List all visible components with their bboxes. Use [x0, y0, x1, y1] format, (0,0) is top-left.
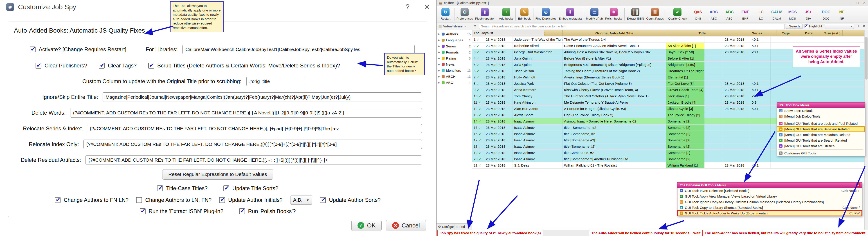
toolbar-abc-button[interactable]: ABCABC	[706, 6, 722, 22]
column-header-tags[interactable]: Tags	[776, 30, 795, 36]
column-header-size-est[interactable]: Size (est.)	[822, 30, 843, 36]
column-header-title[interactable]: Title	[666, 30, 738, 36]
toolbar-find-duplicates-button[interactable]: ⊙Find Duplicates	[534, 6, 558, 22]
toolbar-enf-button[interactable]: ENFENF	[738, 6, 753, 22]
update-author-sorts-checkbox[interactable]	[320, 197, 326, 203]
table-row[interactable]: 1✓23 Mar 2018Jade Lee - The Way of the T…	[472, 36, 868, 43]
sidebar-item-rating[interactable]: ▶Rating3	[437, 55, 472, 61]
ignore-title-input[interactable]: Magazine|Periodical|Journal|Newspaper|Ma…	[102, 92, 422, 102]
highlight-checkbox[interactable]	[805, 25, 808, 28]
custom-column-input[interactable]: #orig_title	[246, 77, 305, 86]
sidebar-item-series[interactable]: ▶Series2	[437, 43, 472, 49]
toolbar-polish-books-button[interactable]: ✶Polish books	[604, 6, 624, 22]
table-row[interactable]: 9✓23 Mar 2018Anna KatmoreKiss with Cherr…	[472, 87, 868, 93]
configure-button[interactable]: ⚙Configure	[437, 224, 455, 230]
window-close-icon[interactable]: ✕	[863, 1, 866, 5]
sidebar-item-authors[interactable]: ▶Authors15	[437, 31, 472, 37]
expand-arrow-icon[interactable]: ▶	[438, 51, 440, 54]
search-button[interactable]: Search	[786, 24, 803, 29]
toolbar-extract-isbn-button[interactable]: ║║Extract ISBN	[625, 6, 645, 22]
update-title-sorts-checkbox[interactable]	[223, 186, 229, 191]
toolbox-menu-item[interactable]: ●[Menu] GUI Tools that are Search Relate…	[777, 138, 865, 143]
toolbox-menu-item[interactable]: ◆[Menu] GUI Tools that are Metadata Rela…	[777, 132, 865, 138]
toolbar-lc-button[interactable]: LCLC	[753, 6, 769, 22]
relocate-index-input[interactable]: (?#COMMENT: ADD CUSTOM REs TO THE FAR LE…	[84, 140, 422, 149]
author-initials-style-select[interactable]: A.B.▼	[290, 196, 312, 205]
toolbar-restart-button[interactable]: ↻Restart	[438, 6, 453, 22]
toolbar-q-s-button[interactable]: Q=SQ=S	[690, 6, 706, 22]
toolbox-menu-item[interactable]: ◷Show Last: Default	[777, 108, 865, 113]
behavior-menu-item[interactable]: ✉GUI Tool: Ignore Copy-to-Library Custom…	[677, 199, 862, 205]
toolbar-js-button[interactable]: JS+JS+	[801, 6, 816, 22]
delete-residual-input[interactable]: (?#COMMENT: ADD CUSTOM REs TO THE FAR LE…	[86, 155, 422, 165]
table-row[interactable]: 20✓23 Mar 2018Isaac Asimovtitle [Somenam…	[472, 156, 868, 162]
toolbar-count-pages-button[interactable]: ≣Count Pages	[645, 6, 665, 22]
sidebar-item-abch[interactable]: ▶ABCH13	[437, 73, 472, 79]
expand-arrow-icon[interactable]: ▶	[438, 45, 440, 48]
authors-fn-ln-checkbox[interactable]	[55, 197, 61, 203]
authors-ln-fn-checkbox[interactable]	[136, 197, 142, 203]
toolbox-menu-item[interactable]: ✿[Menu] GUI Tools that are Look and Feel…	[777, 121, 865, 126]
delete-words-input[interactable]: (?#COMMENT: ADD CUSTOM REs TO THE FAR LE…	[70, 108, 422, 117]
search-input[interactable]: Search (For advanced search click the ge…	[479, 24, 785, 29]
activate-checkbox[interactable]	[30, 46, 35, 53]
clear-publishers-checkbox[interactable]	[35, 63, 41, 69]
toolbox-menu-item[interactable]: ◈[Menu] GUI Tools that are Behavior Rela…	[777, 126, 865, 132]
table-row[interactable]: 21✓23 Mar 2018S.J. DeasWilliam Falkland …	[472, 162, 868, 169]
reset-regex-button[interactable]: Reset Regular Expressions to Default Val…	[162, 169, 273, 179]
column-header-original-auto-add-title[interactable]: Original Auto-Add Title	[563, 30, 666, 36]
expand-arrow-icon[interactable]: ▶	[438, 81, 440, 84]
toolbar-doc-button[interactable]: DOCDOC	[818, 6, 834, 22]
column-header-series[interactable]: Series	[738, 30, 776, 36]
expand-arrow-icon[interactable]: ▶	[438, 39, 440, 42]
toolbar-embed-metadata-button[interactable]: ⇓Embed metadata	[558, 6, 583, 22]
table-row[interactable]: 7✓23 Mar 2018Holly WillmottAwakenings (E…	[472, 74, 868, 80]
expand-arrow-icon[interactable]: ▶	[438, 33, 440, 35]
toolbar-plugin-updater-button[interactable]: ⇑Plugin updater	[474, 6, 496, 22]
toolbar-preferences-button[interactable]: ⚙Preferences	[455, 6, 474, 22]
table-row[interactable]: 8✓23 Mar 2018Jessica ParkFlat-Out Celest…	[472, 80, 868, 87]
title-case-checkbox[interactable]	[157, 186, 163, 191]
toolbar-quality-check-button[interactable]: ✔Quality Check	[667, 6, 688, 22]
find-button[interactable]: ◌Find	[455, 224, 472, 230]
sidebar-item-identifiers[interactable]: ▶Identifiers13	[437, 67, 472, 73]
ok-button[interactable]: ✔OK	[351, 220, 381, 231]
minimize-icon[interactable]: –	[850, 1, 852, 5]
for-libraries-input[interactable]: CalibreMainWorkbench|CalibreJobSpyTest1|…	[183, 45, 415, 54]
toolbar-calm-button[interactable]: CALMCALM	[769, 6, 785, 22]
behavior-menu-item[interactable]: ▦GUI Tool: Apply View Manager Views base…	[677, 194, 862, 199]
toolbar-edit-book-button[interactable]: ✎Edit book	[517, 6, 532, 22]
search-gear-icon[interactable]: ⚙	[472, 24, 478, 28]
saved-search-add-icon[interactable]: ＋	[856, 24, 861, 29]
toolbox-menu-item[interactable]: ⚙Customize GUI Tools	[777, 150, 865, 156]
table-row[interactable]: 10✓23 Mar 2018Tom ClancyThe Hunt for Red…	[472, 93, 868, 99]
expand-arrow-icon[interactable]: ▶	[438, 63, 440, 66]
saved-search-remove-icon[interactable]: ✕	[861, 24, 867, 28]
sidebar-item-news[interactable]: ▶News	[437, 61, 472, 67]
maximize-icon[interactable]: □	[857, 1, 859, 5]
toolbox-menu-item[interactable]: ■[Menu] GUI Tools that are Utilities	[777, 143, 865, 149]
table-row[interactable]: 6✓23 Mar 2018Tisha WilsonTaming the Hear…	[472, 68, 868, 74]
menu-close-icon[interactable]: ✕	[856, 183, 860, 187]
saved-search-select[interactable]: ▼	[825, 24, 854, 29]
toolbox-menu-item[interactable]: ▤[Menu] Job Dialog Tools	[777, 113, 865, 119]
sidebar-item-languages[interactable]: ▶Languages1	[437, 37, 472, 43]
sidebar-item-abc[interactable]: ▶ABC1	[437, 79, 472, 86]
cancel-button[interactable]: ✖Cancel	[386, 220, 426, 231]
toolbar-add-books-button[interactable]: +Add books	[498, 6, 515, 22]
expand-arrow-icon[interactable]: ▶	[438, 75, 440, 78]
update-author-initials-checkbox[interactable]	[219, 197, 225, 203]
run-polish-books-checkbox[interactable]	[239, 208, 245, 214]
help-button[interactable]: ?	[405, 3, 409, 11]
column-header-date[interactable]: Date	[795, 30, 822, 36]
clear-tags-checkbox[interactable]	[99, 63, 104, 69]
virtual-library-button[interactable]: ▥ Virtual library ▼	[437, 23, 472, 30]
relocate-series-input[interactable]: (?#COMMENT: ADD CUSTOM REs TO THE FAR LE…	[87, 124, 422, 133]
toolbar-mcs-button[interactable]: MCSMCS	[785, 6, 801, 22]
behavior-menu-item[interactable]: ⇄GUI Tool: Invert Selection [Selected Bo…	[677, 188, 862, 194]
scrub-titles-checkbox[interactable]	[148, 63, 154, 69]
scrollbar-thumb[interactable]	[865, 37, 868, 79]
behavior-menu-item[interactable]: ☀GUI Tool: Tickle Auto-Adder to Wake Up …	[677, 210, 862, 216]
expand-arrow-icon[interactable]: ▶	[438, 57, 440, 60]
highlight-toggle[interactable]: Highlight	[805, 24, 822, 28]
